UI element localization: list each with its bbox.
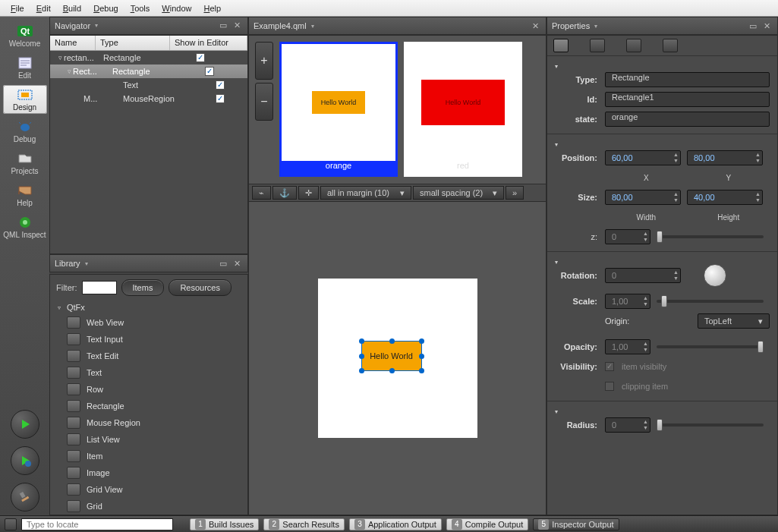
section-twisty[interactable]: ▾ [555,63,564,70]
state-card-orange[interactable]: Hello World orange [279,42,398,177]
section-twisty[interactable]: ▾ [555,408,564,415]
library-close[interactable]: ✕ [231,259,243,269]
mode-help[interactable]: Help [3,181,47,209]
col-type[interactable]: Type [96,36,170,50]
output-tab-app[interactable]: 3Application Output [349,518,442,530]
resize-handle-ne[interactable] [419,338,424,344]
design-canvas[interactable]: Hello World [249,202,546,515]
navigator-close[interactable]: ✕ [231,20,243,30]
nav-row[interactable]: M... MouseRegion ✓ [50,92,247,105]
anchor-button[interactable]: ⚓ [272,186,297,200]
nav-row[interactable]: ▿ rectan... Rectangle ✓ [50,51,247,65]
resources-tab[interactable]: Resources [169,279,232,296]
prop-tab-layout[interactable] [590,39,605,52]
mode-debug[interactable]: Debug [3,117,47,146]
width-input[interactable]: 80,00▲▼ [605,190,681,205]
resize-handle-sw[interactable] [359,368,364,373]
height-input[interactable]: 40,00▲▼ [687,190,763,205]
run-debug-button[interactable] [11,446,39,475]
resize-handle-n[interactable] [389,338,395,344]
mode-design[interactable]: Design [3,85,47,114]
items-tab[interactable]: Items [121,279,165,296]
menu-tools[interactable]: Tools [124,2,156,14]
library-item-webview[interactable]: Web View [50,314,247,331]
resize-handle-nw[interactable] [359,338,364,344]
z-slider[interactable] [657,235,764,238]
x-input[interactable]: 60,00▲▼ [605,150,681,165]
clipping-checkbox[interactable] [605,382,614,391]
output-tab-search[interactable]: 2Search Results [263,518,345,530]
selected-rectangle[interactable]: Hello World [361,341,422,371]
library-group[interactable]: ▿QtFx [50,301,247,314]
library-item-image[interactable]: Image [50,464,247,481]
library-item-row[interactable]: Row [50,381,247,398]
nav-row[interactable]: Text ✓ [50,78,247,92]
show-checkbox[interactable]: ✓ [216,94,225,103]
zoom-in-button[interactable]: + [255,42,273,80]
library-item-textinput[interactable]: Text Input [50,331,247,348]
mode-welcome[interactable]: Qt Welcome [3,21,47,50]
mode-edit[interactable]: Edit [3,53,47,82]
library-item-rectangle[interactable]: Rectangle [50,398,247,414]
opacity-input[interactable]: 1,00▲▼ [605,339,650,354]
prop-tab-advanced[interactable] [626,39,641,52]
scale-slider[interactable] [657,300,764,303]
library-item-grid[interactable]: Grid [50,498,247,515]
resize-handle-w[interactable] [359,354,364,359]
margin-combo[interactable]: all in margin (10)▾ [320,186,411,200]
properties-menu[interactable]: ▾ [594,23,597,30]
snap-button[interactable]: ⌁ [252,186,271,200]
output-tab-build[interactable]: 1Build Issues [190,518,259,530]
crosshair-button[interactable]: ✛ [298,186,319,200]
properties-minimize[interactable]: ▭ [747,21,759,31]
twisty-icon[interactable]: ▿ [65,68,73,75]
library-minimize[interactable]: ▭ [217,259,229,269]
scale-input[interactable]: 1,00▲▼ [605,294,650,309]
more-button[interactable]: » [506,186,524,200]
z-input[interactable]: 0▲▼ [605,229,650,244]
resize-handle-se[interactable] [419,368,424,373]
document-menu[interactable]: ▾ [311,23,314,30]
library-item-textedit[interactable]: Text Edit [50,348,247,364]
resize-handle-e[interactable] [419,354,424,359]
output-tab-compile[interactable]: 4Compile Output [446,518,528,530]
library-item-text[interactable]: Text [50,364,247,381]
properties-close[interactable]: ✕ [761,21,773,31]
menu-file[interactable]: File [5,2,30,14]
document-close[interactable]: ✕ [529,21,541,31]
toggle-sidebar-button[interactable] [5,518,17,530]
filter-input[interactable] [82,281,117,294]
col-name[interactable]: Name [50,36,96,50]
state-card-red[interactable]: Hello World red [404,42,522,177]
y-input[interactable]: 80,00▲▼ [687,150,763,165]
library-item-mouseregion[interactable]: Mouse Region [50,414,247,431]
section-twisty[interactable]: ▾ [555,259,564,266]
menu-debug[interactable]: Debug [87,2,124,14]
library-item-gridview[interactable]: Grid View [50,481,247,498]
rotation-knob[interactable] [704,264,726,287]
navigator-minimize[interactable]: ▭ [217,20,229,30]
run-button[interactable] [11,410,39,439]
menu-edit[interactable]: Edit [30,2,57,14]
nav-row[interactable]: ▿ Rect... Rectangle ✓ [50,65,247,78]
id-field[interactable]: Rectangle1 [605,92,770,107]
menu-window[interactable]: Window [156,2,197,14]
spacing-combo[interactable]: small spacing (2)▾ [413,186,504,200]
prop-tab-general[interactable] [553,39,569,52]
opacity-slider[interactable] [657,345,764,348]
state-field[interactable]: orange [605,112,770,127]
library-menu[interactable]: ▾ [85,260,88,267]
radius-input[interactable]: 0▲▼ [605,417,650,433]
menu-help[interactable]: Help [197,2,227,14]
library-item-item[interactable]: Item [50,448,247,464]
root-rectangle[interactable]: Hello World [318,279,477,438]
zoom-out-button[interactable]: − [255,83,273,121]
build-button[interactable] [11,483,39,512]
output-tab-inspector[interactable]: 5Inspector Output [533,518,619,530]
col-show[interactable]: Show in Editor [170,36,247,50]
prop-tab-extra[interactable] [663,39,678,52]
visibility-checkbox[interactable]: ✓ [605,362,614,371]
origin-combo[interactable]: TopLeft▾ [698,313,770,329]
section-twisty[interactable]: ▾ [555,141,564,148]
locator-input[interactable] [21,518,173,530]
